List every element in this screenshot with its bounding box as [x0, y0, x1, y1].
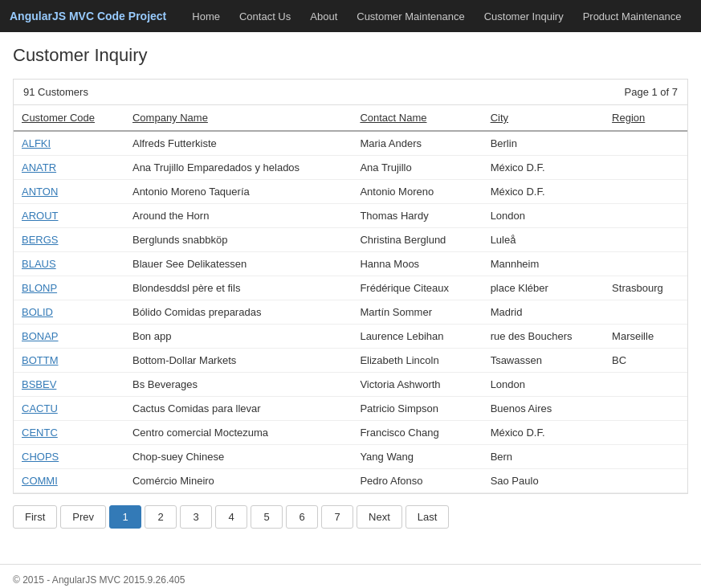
nav-contact[interactable]: Contact Us — [230, 2, 300, 31]
company-cell: Antonio Moreno Taquería — [124, 180, 352, 204]
customer-count: 91 Customers — [23, 86, 88, 98]
page-container: Customer Inquiry 91 Customers Page 1 of … — [0, 32, 701, 540]
company-cell: Bottom-Dollar Markets — [124, 349, 352, 373]
customer-code-link[interactable]: CACTU — [22, 402, 58, 414]
col-region[interactable]: Region — [604, 105, 687, 131]
nav-product-maintenance[interactable]: Product Maintenance — [573, 2, 691, 31]
city-cell: London — [483, 373, 604, 397]
customer-code-link[interactable]: BLONP — [22, 282, 57, 294]
table-wrapper: 91 Customers Page 1 of 7 Customer CodeCo… — [13, 79, 688, 494]
region-cell — [604, 397, 687, 421]
company-cell: Around the Horn — [124, 204, 352, 228]
col-city[interactable]: City — [483, 105, 604, 131]
pagination-page-3[interactable]: 3 — [180, 505, 212, 529]
nav-links: HomeContact UsAboutCustomer MaintenanceC… — [182, 2, 701, 31]
table-row: BLONPBlondesddsl père et filsFrédérique … — [14, 276, 687, 300]
city-cell: México D.F. — [483, 156, 604, 180]
customer-code-link[interactable]: ANATR — [22, 161, 56, 174]
pagination-prev[interactable]: Prev — [60, 505, 106, 529]
customer-code-link[interactable]: ALFKI — [22, 137, 51, 149]
customer-code-link[interactable]: CHOPS — [22, 451, 59, 463]
header-row: Customer CodeCompany NameContact NameCit… — [14, 105, 687, 131]
table-header: Customer CodeCompany NameContact NameCit… — [14, 105, 687, 131]
city-cell: London — [483, 204, 604, 228]
pagination-page-4[interactable]: 4 — [215, 505, 247, 529]
region-cell — [604, 469, 687, 493]
contact-cell: Martín Sommer — [352, 300, 482, 325]
table-row: CACTUCactus Comidas para llevarPatricio … — [14, 397, 687, 421]
nav-home[interactable]: Home — [182, 2, 230, 31]
customer-code-link[interactable]: AROUT — [22, 210, 59, 222]
customer-code-link[interactable]: BLAUS — [22, 258, 56, 270]
company-cell: Bs Beverages — [124, 373, 352, 397]
table-row: BSBEVBs BeveragesVictoria AshworthLondon — [14, 373, 687, 397]
navbar: AngularJS MVC Code Project HomeContact U… — [0, 0, 701, 32]
city-cell: Sao Paulo — [483, 469, 604, 493]
company-cell: Bon app — [124, 325, 352, 349]
contact-cell: Yang Wang — [352, 445, 482, 469]
brand-link[interactable]: AngularJS MVC Code Project — [10, 10, 166, 22]
contact-cell: Antonio Moreno — [352, 180, 482, 204]
contact-cell: Francisco Chang — [352, 421, 482, 445]
customer-code-link[interactable]: BERGS — [22, 234, 59, 246]
region-cell — [604, 204, 687, 228]
company-cell: Bólido Comidas preparadas — [124, 300, 352, 325]
contact-cell: Laurence Lebihan — [352, 325, 482, 349]
region-cell: BC — [604, 349, 687, 373]
city-cell: Berlin — [483, 131, 604, 156]
contact-cell: Ana Trujillo — [352, 156, 482, 180]
city-cell: Luleå — [483, 228, 604, 252]
table-row: CENTCCentro comercial MoctezumaFrancisco… — [14, 421, 687, 445]
region-cell — [604, 180, 687, 204]
table-row: AROUTAround the HornThomas HardyLondon — [14, 204, 687, 228]
pagination-page-6[interactable]: 6 — [286, 505, 318, 529]
company-cell: Cactus Comidas para llevar — [124, 397, 352, 421]
contact-cell: Frédérique Citeaux — [352, 276, 482, 300]
pagination-page-1[interactable]: 1 — [109, 505, 141, 529]
col-contact-name[interactable]: Contact Name — [352, 105, 482, 131]
table-row: CHOPSChop-suey ChineseYang WangBern — [14, 445, 687, 469]
nav-customer-inquiry[interactable]: Customer Inquiry — [475, 2, 573, 31]
city-cell: Mannheim — [483, 252, 604, 276]
region-cell — [604, 300, 687, 325]
company-cell: Blondesddsl père et fils — [124, 276, 352, 300]
region-cell — [604, 373, 687, 397]
region-cell — [604, 228, 687, 252]
company-cell: Berglunds snabbköp — [124, 228, 352, 252]
pagination-page-2[interactable]: 2 — [145, 505, 177, 529]
page-info: Page 1 of 7 — [625, 86, 679, 98]
customer-code-link[interactable]: BOTTM — [22, 354, 59, 366]
region-cell: Strasbourg — [604, 276, 687, 300]
city-cell: Buenos Aires — [483, 397, 604, 421]
city-cell: Madrid — [483, 300, 604, 325]
pagination-last[interactable]: Last — [406, 505, 450, 529]
pagination-page-5[interactable]: 5 — [251, 505, 283, 529]
region-cell — [604, 156, 687, 180]
customer-code-link[interactable]: BSBEV — [22, 378, 56, 390]
col-customer-code[interactable]: Customer Code — [14, 105, 124, 131]
pagination-next[interactable]: Next — [357, 505, 402, 529]
col-company-name[interactable]: Company Name — [124, 105, 352, 131]
customer-code-link[interactable]: ANTON — [22, 186, 58, 198]
contact-cell: Maria Anders — [352, 131, 482, 156]
nav-customer-maintenance[interactable]: Customer Maintenance — [347, 2, 474, 31]
city-cell: México D.F. — [483, 421, 604, 445]
city-cell: Tsawassen — [483, 349, 604, 373]
table-row: BERGSBerglunds snabbköpChristina Berglun… — [14, 228, 687, 252]
customer-code-link[interactable]: CENTC — [22, 427, 58, 439]
nav-product-inquiry[interactable]: Product Inquiry — [691, 2, 702, 31]
contact-cell: Hanna Moos — [352, 252, 482, 276]
footer-text: © 2015 - AngularJS MVC 2015.9.26.405 — [13, 574, 185, 586]
pagination-page-7[interactable]: 7 — [321, 505, 353, 529]
nav-about[interactable]: About — [300, 2, 347, 31]
customer-code-link[interactable]: BOLID — [22, 306, 53, 318]
contact-cell: Christina Berglund — [352, 228, 482, 252]
table-row: BOLIDBólido Comidas preparadasMartín Som… — [14, 300, 687, 325]
customer-code-link[interactable]: COMMI — [22, 475, 58, 487]
pagination-first[interactable]: First — [13, 505, 57, 529]
table-row: BOTTMBottom-Dollar MarketsElizabeth Linc… — [14, 349, 687, 373]
customer-code-link[interactable]: BONAP — [22, 330, 59, 342]
summary-row: 91 Customers Page 1 of 7 — [14, 80, 687, 105]
table-row: BLAUSBlauer See DelikatessenHanna MoosMa… — [14, 252, 687, 276]
customer-table: Customer CodeCompany NameContact NameCit… — [14, 105, 687, 493]
